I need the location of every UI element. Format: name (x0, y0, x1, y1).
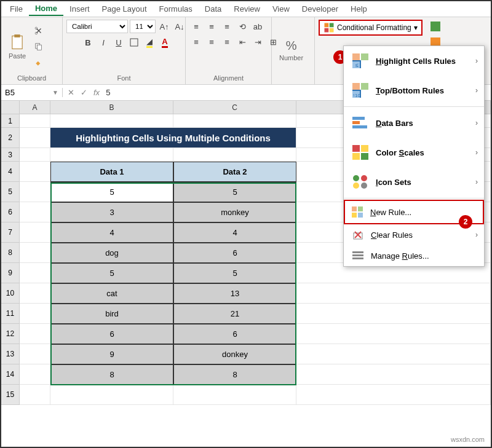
align-center-button[interactable]: ≡ (205, 35, 218, 49)
cut-button[interactable] (32, 24, 46, 37)
cell[interactable] (20, 263, 50, 283)
cell[interactable] (20, 202, 50, 222)
cell[interactable] (20, 162, 50, 182)
underline-button[interactable]: U (112, 36, 125, 49)
cancel-icon[interactable]: ✕ (68, 88, 74, 97)
fill-color-button[interactable]: ◢ (143, 36, 156, 49)
menu-highlight-cells-rules[interactable]: ≤ Highlight Cells Rules › (344, 46, 484, 76)
align-right-button[interactable]: ≡ (220, 35, 234, 49)
data-cell[interactable]: 8 (50, 364, 173, 385)
fx-icon[interactable]: fx (93, 88, 100, 97)
cell[interactable] (50, 148, 173, 162)
data-cell[interactable]: 6 (173, 324, 296, 344)
menu-data[interactable]: Data (199, 2, 228, 15)
title-cell[interactable]: Highlighting Cells Using Multiple Condit… (50, 128, 296, 148)
borders-button[interactable] (127, 36, 141, 49)
increase-font-button[interactable]: A↑ (157, 20, 171, 33)
cell[interactable] (20, 148, 50, 162)
select-all-corner[interactable] (1, 101, 20, 114)
align-top-button[interactable]: ≡ (189, 20, 203, 33)
menu-top-bottom-rules[interactable]: ↑10 Top/Bottom Rules › (344, 76, 484, 105)
cell[interactable] (20, 344, 50, 364)
row-header[interactable]: 3 (1, 148, 20, 162)
wrap-text-button[interactable]: ab (251, 20, 264, 33)
cell[interactable] (20, 222, 50, 243)
col-header-c[interactable]: C (173, 101, 296, 114)
menu-view[interactable]: View (266, 2, 296, 15)
orientation-button[interactable]: ⟲ (236, 20, 249, 33)
row-header[interactable]: 1 (1, 114, 20, 128)
data-cell[interactable]: 8 (173, 364, 296, 385)
menu-icon-sets[interactable]: Icon Sets › (344, 167, 484, 197)
cell[interactable] (20, 385, 50, 405)
col-header-b[interactable]: B (50, 101, 173, 114)
cell[interactable] (296, 304, 491, 324)
menu-manage-rules[interactable]: Manage Rules... (344, 245, 484, 266)
data-cell[interactable]: dog (50, 243, 173, 263)
row-header[interactable]: 10 (1, 283, 20, 304)
italic-button[interactable]: I (97, 36, 110, 49)
align-left-button[interactable]: ≡ (189, 35, 203, 49)
font-name-select[interactable]: Calibri (66, 20, 128, 33)
menu-help[interactable]: Help (344, 2, 373, 15)
data-cell[interactable]: 4 (173, 222, 296, 243)
cell[interactable] (296, 324, 491, 344)
data-cell[interactable]: 3 (50, 202, 173, 222)
paste-button[interactable]: Paste (5, 31, 30, 62)
data-cell[interactable]: monkey (173, 202, 296, 222)
menu-formulas[interactable]: Formulas (153, 2, 199, 15)
format-painter-button[interactable] (32, 56, 46, 69)
row-header[interactable]: 9 (1, 263, 20, 283)
row-header[interactable]: 14 (1, 364, 20, 385)
decrease-font-button[interactable]: A↓ (173, 20, 186, 33)
menu-page-layout[interactable]: Page Layout (96, 2, 153, 15)
align-bottom-button[interactable]: ≡ (220, 20, 234, 33)
name-box[interactable]: B5 ▼ (1, 88, 63, 97)
font-color-button[interactable]: A (158, 36, 172, 49)
cell[interactable] (296, 385, 491, 405)
cell[interactable] (20, 283, 50, 304)
cell[interactable] (173, 385, 296, 405)
row-header[interactable]: 15 (1, 385, 20, 405)
cell[interactable] (20, 243, 50, 263)
data-cell[interactable]: 5 (173, 263, 296, 283)
data-cell[interactable]: 21 (173, 304, 296, 324)
row-header[interactable]: 8 (1, 243, 20, 263)
cell[interactable] (20, 128, 50, 148)
menu-developer[interactable]: Developer (296, 2, 344, 15)
row-header[interactable]: 5 (1, 182, 20, 202)
data-cell[interactable]: 13 (173, 283, 296, 304)
number-format-button[interactable]: % Number (276, 36, 307, 64)
data-cell[interactable]: 5 (50, 182, 173, 202)
formula-value[interactable]: 5 (106, 88, 110, 97)
data-cell[interactable]: bird (50, 304, 173, 324)
align-middle-button[interactable]: ≡ (205, 20, 218, 33)
row-header[interactable]: 12 (1, 324, 20, 344)
cell[interactable] (296, 364, 491, 385)
menu-data-bars[interactable]: Data Bars › (344, 108, 484, 138)
row-header[interactable]: 11 (1, 304, 20, 324)
data-cell[interactable]: 5 (173, 182, 296, 202)
cell[interactable] (173, 114, 296, 128)
cell[interactable] (296, 344, 491, 364)
cell[interactable] (20, 364, 50, 385)
cell[interactable] (20, 304, 50, 324)
data-cell[interactable]: 9 (50, 344, 173, 364)
menu-color-scales[interactable]: Color Scales › (344, 138, 484, 167)
row-header[interactable]: 2 (1, 128, 20, 148)
increase-indent-button[interactable]: ⇥ (251, 35, 264, 49)
cell[interactable] (20, 114, 50, 128)
data-cell[interactable]: 6 (50, 324, 173, 344)
menu-home[interactable]: Home (29, 2, 63, 16)
cell[interactable] (173, 148, 296, 162)
menu-insert[interactable]: Insert (63, 2, 96, 15)
confirm-icon[interactable]: ✓ (81, 88, 87, 97)
row-header[interactable]: 13 (1, 344, 20, 364)
data-cell[interactable]: 6 (173, 243, 296, 263)
decrease-indent-button[interactable]: ⇤ (236, 35, 249, 49)
data-cell[interactable]: 4 (50, 222, 173, 243)
row-header[interactable]: 7 (1, 222, 20, 243)
row-header[interactable]: 4 (1, 162, 20, 182)
data-cell[interactable]: donkey (173, 344, 296, 364)
format-table-button[interactable] (429, 20, 442, 33)
